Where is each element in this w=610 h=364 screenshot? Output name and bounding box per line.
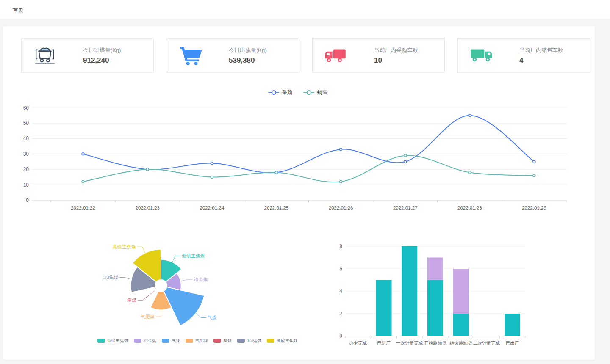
- svg-text:办卡完成: 办卡完成: [349, 340, 367, 345]
- pie-legend-label: 低硫主焦煤: [107, 338, 128, 344]
- legend-item-销售[interactable]: 销售: [303, 89, 327, 96]
- pie-legend-item-冶金焦[interactable]: 冶金焦: [134, 338, 156, 344]
- pie-legend-item-低硫主焦煤[interactable]: 低硫主焦煤: [97, 338, 128, 344]
- bar-已出厂: [505, 314, 520, 336]
- pie-legend-item-1/3焦煤[interactable]: 1/3焦煤: [237, 338, 261, 344]
- pie-legend-label: 气煤: [172, 338, 180, 344]
- svg-text:开始装卸货: 开始装卸货: [424, 340, 446, 345]
- svg-text:6: 6: [339, 266, 342, 272]
- bar-一次计量完成: [402, 246, 417, 336]
- svg-text:30: 30: [23, 151, 29, 157]
- stat-label: 当前厂内销售车数: [519, 47, 575, 54]
- pie-legend-item-气煤[interactable]: 气煤: [162, 338, 180, 344]
- svg-text:60: 60: [23, 105, 29, 111]
- svg-text:低硫主焦煤: 低硫主焦煤: [182, 253, 205, 258]
- main-panel: 今日进煤量(Kg) 912,240 今日出焦量(Kg) 539,380: [3, 26, 595, 360]
- bar-开始装卸货: [427, 258, 443, 280]
- svg-text:0: 0: [26, 197, 29, 203]
- stat-value: 539,380: [229, 56, 285, 65]
- svg-text:50: 50: [23, 120, 29, 126]
- svg-text:40: 40: [23, 135, 29, 141]
- svg-text:瘦煤: 瘦煤: [127, 298, 136, 303]
- svg-text:已出厂: 已出厂: [506, 340, 519, 345]
- svg-text:0: 0: [339, 333, 342, 339]
- bar-开始装卸货: [427, 280, 443, 336]
- svg-text:二次计量完成: 二次计量完成: [473, 340, 500, 345]
- svg-text:2022.01.28: 2022.01.28: [458, 205, 482, 210]
- bar-结束装卸货: [453, 269, 469, 314]
- svg-text:已进厂: 已进厂: [377, 340, 391, 345]
- top-bar: 首页: [0, 0, 610, 19]
- svg-text:2022.01.25: 2022.01.25: [264, 205, 289, 210]
- svg-text:8: 8: [339, 243, 342, 249]
- svg-text:2022.01.29: 2022.01.29: [522, 205, 546, 210]
- pie-slice-瘦煤: [155, 287, 158, 291]
- stat-value: 4: [519, 56, 575, 65]
- line-chart-legend: 采购销售: [20, 88, 575, 97]
- svg-text:20: 20: [23, 166, 29, 172]
- svg-text:一次计量完成: 一次计量完成: [396, 340, 423, 345]
- purchase-sales-line-chart[interactable]: 01020304050602022.01.222022.01.232022.01…: [20, 102, 575, 220]
- pie-legend-label: 瘦煤: [223, 338, 232, 344]
- truck-left-icon: [324, 45, 348, 66]
- svg-text:冶金焦: 冶金焦: [194, 277, 208, 282]
- stat-label: 今日出焦量(Kg): [229, 47, 285, 54]
- svg-text:高硫主焦煤: 高硫主焦煤: [113, 244, 136, 249]
- legend-item-采购[interactable]: 采购: [268, 89, 292, 96]
- svg-text:气肥煤: 气肥煤: [141, 314, 155, 319]
- stat-card-sales-trucks: 当前厂内销售车数 4: [458, 38, 590, 73]
- bar-结束装卸货: [453, 314, 469, 336]
- coal-cart-icon: [33, 45, 57, 66]
- svg-text:1/3焦煤: 1/3焦煤: [103, 275, 118, 280]
- stat-label: 今日进煤量(Kg): [83, 47, 139, 54]
- legend-label: 采购: [282, 89, 292, 96]
- svg-text:气煤: 气煤: [208, 315, 217, 320]
- legend-label: 销售: [317, 89, 327, 96]
- bar-已进厂: [376, 280, 392, 336]
- stat-label: 当前厂内采购车数: [374, 47, 430, 54]
- truck-right-icon: [469, 45, 494, 66]
- svg-text:2022.01.24: 2022.01.24: [200, 205, 224, 210]
- pie-legend-item-气肥煤[interactable]: 气肥煤: [186, 338, 208, 344]
- svg-text:2022.01.26: 2022.01.26: [329, 205, 353, 210]
- stat-card-coal-in: 今日进煤量(Kg) 912,240: [21, 38, 154, 73]
- stat-value: 10: [374, 56, 430, 65]
- shopping-cart-icon: [178, 45, 203, 66]
- top-divider: [0, 2, 610, 2]
- stat-value: 912,240: [83, 56, 139, 65]
- pie-legend-label: 1/3焦煤: [247, 338, 261, 344]
- svg-text:2022.01.23: 2022.01.23: [135, 205, 160, 210]
- svg-text:4: 4: [339, 288, 342, 294]
- pie-chart-legend: 低硫主焦煤冶金焦气煤气肥煤瘦煤1/3焦煤高硫主焦煤: [97, 338, 298, 344]
- breadcrumb-home[interactable]: 首页: [13, 6, 24, 14]
- svg-text:2: 2: [339, 311, 342, 317]
- pie-legend-label: 气肥煤: [195, 338, 208, 344]
- pie-legend-item-高硫主焦煤[interactable]: 高硫主焦煤: [267, 338, 298, 344]
- stat-card-purchase-trucks: 当前厂内采购车数 10: [312, 38, 445, 73]
- svg-text:结束装卸货: 结束装卸货: [450, 340, 472, 345]
- truck-status-bar-chart[interactable]: 02468办卡完成已进厂一次计量完成开始装卸货结束装卸货二次计量完成已出厂: [334, 238, 580, 352]
- svg-text:2022.01.22: 2022.01.22: [71, 205, 95, 210]
- svg-text:10: 10: [23, 182, 29, 188]
- svg-text:2022.01.27: 2022.01.27: [393, 205, 418, 210]
- pie-legend-label: 高硫主焦煤: [277, 338, 298, 344]
- pie-legend-label: 冶金焦: [144, 338, 156, 344]
- coal-type-rose-pie-chart[interactable]: 低硫主焦煤冶金焦气煤气肥煤瘦煤1/3焦煤高硫主焦煤: [67, 238, 262, 339]
- pie-legend-item-瘦煤[interactable]: 瘦煤: [214, 338, 232, 344]
- stat-card-coke-out: 今日出焦量(Kg) 539,380: [167, 38, 299, 73]
